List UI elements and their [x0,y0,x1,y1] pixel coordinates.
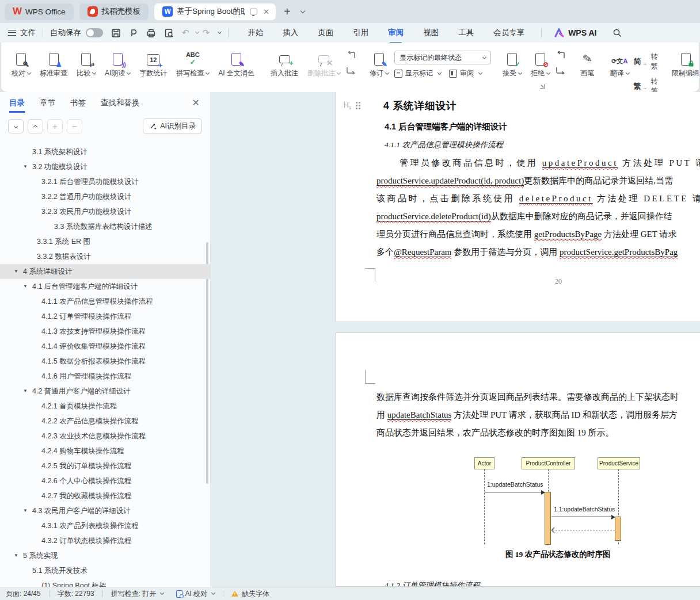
ai-recognize-toc-button[interactable]: AI识别目录 [143,119,202,134]
file-menu[interactable]: 文件 [20,28,36,38]
markup-state-select[interactable]: 显示标记的最终状态 [394,51,491,64]
ai-read-button[interactable]: ·)) AI朗读 [100,47,135,82]
tab-current-document[interactable]: W 基于Spring Boot的助农扶农 ✕ [154,3,276,20]
toc-item[interactable]: 4.1.6 用户管理模块操作流程 [0,369,210,384]
toc-item[interactable]: 4.2.5 我的订单模块操作流程 [0,458,210,473]
close-sidebar-icon[interactable]: ✕ [192,97,200,108]
toc-item[interactable]: 4.3.1 农产品列表模块操作流程 [0,518,210,533]
menu-会员专享[interactable]: 会员专享 [484,24,534,41]
quick-toolbar-dropdown-icon[interactable] [218,30,222,34]
toc-item[interactable]: 3.1 系统架构设计 [0,144,210,159]
toc-item[interactable]: 4.2.4 购物车模块操作流程 [0,444,210,458]
toc-item[interactable]: 4.2.1 首页模块操作流程 [0,399,210,414]
sidebar-tab-书签[interactable]: 书签 [70,93,86,113]
menu-开始[interactable]: 开始 [238,24,273,41]
toc-item[interactable]: (1) Spring Boot 框架 [0,578,210,587]
insert-comment-button[interactable]: + 插入批注 [266,47,303,82]
toc-item[interactable]: 4.1.3 农技支持管理模块操作流程 [0,324,210,339]
spell-check-button[interactable]: ABC✓ 拼写检查 [172,47,214,82]
next-comment-icon[interactable] [346,66,356,77]
to-traditional-button[interactable]: 简→ 转繁 [633,52,660,71]
toc-item[interactable]: 3.3.2 数据表设计 [0,249,210,264]
toc-item[interactable]: 4.1.1 农产品信息管理模块操作流程 [0,294,210,309]
toc-item[interactable]: 4.2.7 我的收藏模块操作流程 [0,488,210,503]
show-markup-button[interactable]: 显示标记 [394,68,441,78]
missing-font-warning[interactable]: 缺失字体 [231,589,269,599]
print-preview-icon[interactable] [164,28,174,38]
document-page-21[interactable]: 数据库查询按条件筛选并分页返回商品列表结果。需要修改商品的上下架状态时用 upd… [336,333,700,587]
redo-icon[interactable]: ↷ [203,28,210,38]
toc-item[interactable]: 4.2.6 个人中心模块操作流程 [0,473,210,488]
toc-item[interactable]: 3.2.2 普通用户功能模块设计 [0,189,210,204]
toc-item[interactable]: ▼3.2 功能模块设计 [0,159,210,174]
collapse-arrow-icon[interactable]: ▼ [23,164,28,169]
toc-item[interactable]: 4.2.2 农产品信息模块操作流程 [0,414,210,429]
sidebar-tab-章节[interactable]: 章节 [40,93,55,113]
autosave-toggle[interactable] [86,28,103,37]
collapse-arrow-icon[interactable]: ▼ [23,284,28,289]
restrict-editing-button[interactable]: 限制编辑 [667,47,700,82]
toc-item[interactable]: ▼4.2 普通用户客户端的详细设计 [0,384,210,399]
present-screen-icon[interactable] [250,9,257,14]
search-icon[interactable] [612,28,622,38]
next-revision-icon[interactable] [556,66,565,77]
review-pane-button[interactable]: 审阅 [449,68,482,78]
collapse-arrow-icon[interactable]: ▼ [14,553,18,558]
wps-ai-button[interactable]: WPS AI [554,28,596,37]
tab-docer-templates[interactable]: 找稻壳模板 [79,3,149,20]
compare-button[interactable]: ⇄ 比较 [72,47,100,82]
export-pdf-icon[interactable] [129,28,138,38]
toc-item[interactable]: 3.2.1 后台管理员功能模块设计 [0,174,210,189]
standard-review-button[interactable]: ♟ 标准审查 [35,47,72,82]
spellcheck-status[interactable]: 拼写检查: 打开 [111,589,164,599]
menu-审阅[interactable]: 审阅 [378,24,413,41]
track-changes-button[interactable]: ✎ 修订 [365,47,393,82]
toc-item[interactable]: 4.1.5 数据分析报表模块操作流程 [0,354,210,369]
accept-revision-button[interactable]: ✓ 接受 [498,47,526,82]
toc-item[interactable]: 5.1 系统开发技术 [0,563,210,578]
toc-item[interactable]: ▼5 系统实现 [0,548,210,563]
menu-引用[interactable]: 引用 [343,24,378,41]
sidebar-tab-目录[interactable]: 目录 [9,93,25,113]
menu-视图[interactable]: 视图 [413,24,448,41]
collapse-arrow-icon[interactable]: ▼ [23,388,28,393]
menu-页面[interactable]: 页面 [308,24,343,41]
close-tab-icon[interactable]: ✕ [261,7,271,16]
tab-wps-office[interactable]: W WPS Office [5,3,74,20]
previous-revision-icon[interactable] [556,51,565,62]
toc-item[interactable]: 4.3.2 订单状态模块操作流程 [0,533,210,548]
toc-item[interactable]: ▼4.3 农民用户客户端的详细设计 [0,503,210,518]
ai-proofread-button[interactable]: AI 校对 [176,589,215,599]
toc-item[interactable]: 3.2.3 农民用户功能模块设计 [0,204,210,219]
sidebar-tab-查找和替换[interactable]: 查找和替换 [101,93,140,113]
delete-comment-button[interactable]: ✕ 删除批注 [303,47,345,82]
undo-icon[interactable]: ↶ [182,28,189,38]
print-icon[interactable] [146,28,156,38]
previous-comment-icon[interactable] [346,51,356,62]
toc-item[interactable]: 3.3 系统数据库表结构设计描述 [0,219,210,234]
collapse-all-button[interactable] [28,119,43,133]
toc-item[interactable]: ▼4.1 后台管理端客户端的详细设计 [0,279,210,294]
toc-item[interactable]: 4.1.2 订单管理模块操作流程 [0,309,210,324]
save-icon[interactable] [111,28,121,38]
document-page-20[interactable]: H1 4 系统详细设计 4.1 后台管理端客户端的详细设计 4.1.1 农产品信… [336,92,700,322]
translate-group-expand-icon[interactable] [540,84,545,89]
word-count-button[interactable]: 12 字数统计 [135,47,172,82]
reject-revision-button[interactable]: ⊘ 拒绝 [526,47,554,82]
menu-工具[interactable]: 工具 [448,24,484,41]
undo-dropdown-icon[interactable] [195,30,199,34]
word-count-indicator[interactable]: 字数: 22793 [58,589,94,599]
promote-heading-button[interactable]: + [47,119,63,133]
toc-item[interactable]: 3.3.1 系统 ER 图 [0,234,210,249]
toc-item[interactable]: ▼4 系统详细设计 [0,264,210,279]
tab-list-dropdown-icon[interactable] [300,8,305,13]
demote-heading-button[interactable]: − [67,119,82,133]
translate-button[interactable]: ⟳文A 翻译 [607,47,632,82]
toc-item[interactable]: 4.2.3 农业技术信息模块操作流程 [0,429,210,444]
drag-grip-icon[interactable] [356,102,361,110]
ink-pen-button[interactable]: ✎ 画笔 [575,47,600,82]
page-indicator[interactable]: 页面: 24/45 [6,589,41,599]
new-tab-button[interactable]: + [281,5,293,18]
expand-all-button[interactable] [8,119,24,133]
toc-item[interactable]: 4.1.4 评价收集管理模块操作流程 [0,339,210,354]
